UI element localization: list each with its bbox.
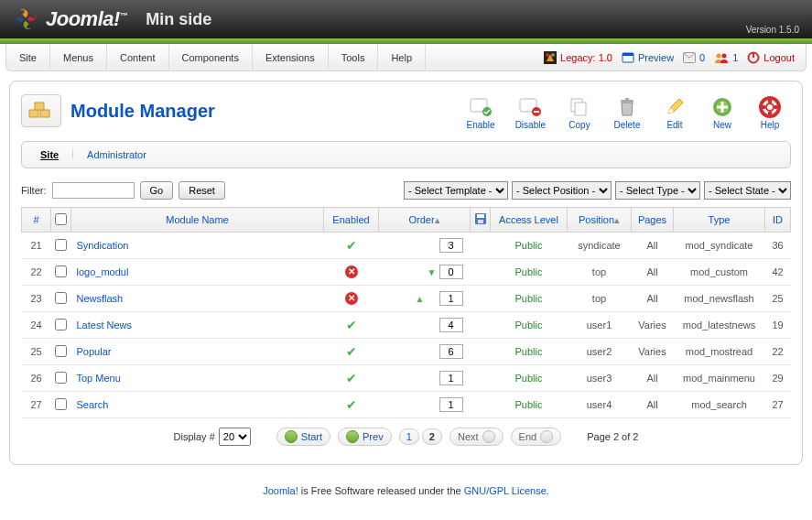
module-name-link[interactable]: Latest News [77, 320, 133, 330]
enabled-icon[interactable]: ✔ [346, 397, 357, 412]
filter-position-select[interactable]: - Select Position - [512, 181, 612, 200]
enable-button[interactable]: Enable [460, 94, 503, 132]
order-input[interactable] [439, 291, 463, 306]
page-start[interactable]: Start [276, 428, 330, 446]
module-name-link[interactable]: Popular [77, 346, 112, 357]
page-prev[interactable]: Prev [338, 428, 392, 446]
svg-rect-31 [774, 105, 780, 109]
row-checkbox[interactable] [55, 372, 67, 384]
enabled-icon[interactable]: ✔ [346, 318, 357, 332]
access-level[interactable]: Public [515, 293, 543, 304]
col-position[interactable]: Position▴ [568, 208, 632, 233]
type-cell: mod_newsflash [674, 286, 765, 312]
filter-input[interactable] [52, 182, 135, 199]
access-level[interactable]: Public [515, 399, 543, 410]
menu-components[interactable]: Components [169, 44, 253, 70]
menu-tools[interactable]: Tools [329, 44, 379, 70]
position-cell: user2 [568, 339, 632, 365]
module-name-link[interactable]: Syndication [77, 240, 129, 251]
svg-rect-33 [477, 214, 484, 218]
access-level[interactable]: Public [515, 266, 543, 277]
preview-link[interactable]: Preview [622, 51, 674, 64]
col-access[interactable]: Access Level [491, 208, 568, 233]
svg-rect-4 [623, 53, 633, 56]
order-input[interactable] [439, 238, 463, 253]
type-cell: mod_syndicate [674, 233, 765, 259]
order-input[interactable] [439, 344, 463, 359]
page-number[interactable]: 1 [399, 428, 419, 445]
pagination: Display # 20 Start Prev 1 2 Next End Pag… [21, 418, 791, 450]
access-level[interactable]: Public [515, 373, 543, 384]
access-level[interactable]: Public [515, 346, 543, 357]
module-name-link[interactable]: Top Menu [77, 373, 121, 384]
menu-extensions[interactable]: Extensions [253, 44, 329, 70]
type-cell: mod_mostread [674, 339, 765, 365]
order-input[interactable] [439, 318, 463, 332]
main-menubar: Site Menus Content Components Extensions… [5, 44, 807, 71]
submenu-administrator[interactable]: Administrator [78, 147, 156, 162]
enabled-icon[interactable]: ✔ [346, 238, 357, 253]
filter-reset-button[interactable]: Reset [179, 181, 225, 200]
display-select[interactable]: 20 [219, 428, 251, 446]
row-checkbox[interactable] [55, 319, 67, 330]
new-button[interactable]: New [701, 94, 743, 132]
disabled-icon[interactable]: ✕ [345, 265, 358, 278]
page-end: End [511, 428, 562, 446]
col-id: ID [765, 208, 791, 233]
col-type[interactable]: Type [674, 208, 765, 233]
order-up-icon[interactable]: ▲ [415, 294, 424, 304]
access-level[interactable]: Public [515, 320, 543, 330]
footer-joomla-link[interactable]: Joomla! [263, 485, 298, 496]
menu-site[interactable]: Site [6, 44, 50, 70]
enabled-icon[interactable]: ✔ [346, 371, 357, 385]
order-input[interactable] [439, 397, 463, 412]
disable-button[interactable]: Disable [508, 94, 553, 132]
submenu-site[interactable]: Site [31, 147, 68, 162]
id-cell: 42 [765, 259, 791, 286]
filter-type-select[interactable]: - Select Type - [615, 181, 700, 200]
menu-menus[interactable]: Menus [50, 44, 107, 70]
menu-help[interactable]: Help [378, 44, 426, 70]
brand-text: Joomla!™ [46, 7, 127, 31]
svg-rect-28 [768, 97, 772, 103]
page-next: Next [449, 428, 503, 446]
row-checkbox[interactable] [55, 345, 67, 357]
footer-license-link[interactable]: GNU/GPL License. [464, 485, 549, 496]
module-name-link[interactable]: logo_modul [77, 266, 129, 277]
delete-button[interactable]: Delete [606, 94, 648, 132]
col-enabled[interactable]: Enabled [324, 208, 379, 233]
filter-row: Filter: Go Reset - Select Template - - S… [21, 181, 791, 200]
help-button[interactable]: Help [749, 94, 791, 132]
users-online-link[interactable]: 1 [714, 52, 738, 63]
row-checkbox[interactable] [55, 239, 67, 251]
messages-link[interactable]: 0 [683, 52, 705, 63]
col-name[interactable]: Module Name [71, 208, 324, 233]
row-checkbox[interactable] [55, 265, 67, 277]
svg-rect-29 [768, 112, 772, 117]
order-input[interactable] [439, 265, 463, 279]
check-all[interactable] [55, 213, 67, 225]
module-name-link[interactable]: Newsflash [77, 293, 124, 304]
svg-rect-12 [35, 103, 44, 110]
svg-rect-21 [625, 98, 629, 100]
row-checkbox[interactable] [55, 292, 67, 304]
module-name-link[interactable]: Search [77, 399, 109, 410]
menu-content[interactable]: Content [107, 44, 169, 70]
sort-asc-icon: ▴ [435, 214, 440, 225]
enabled-icon[interactable]: ✔ [346, 344, 357, 359]
disabled-icon[interactable]: ✕ [345, 292, 358, 305]
order-input[interactable] [439, 371, 463, 385]
logout-link[interactable]: Logout [747, 51, 795, 64]
access-level[interactable]: Public [515, 240, 543, 251]
filter-state-select[interactable]: - Select State - [704, 181, 791, 200]
row-checkbox[interactable] [55, 398, 67, 410]
order-down-icon[interactable]: ▼ [428, 267, 437, 277]
col-save-order[interactable] [471, 208, 491, 233]
filter-go-button[interactable]: Go [140, 181, 174, 200]
module-manager-icon [21, 94, 61, 127]
filter-template-select[interactable]: - Select Template - [404, 181, 508, 200]
col-order[interactable]: Order▴ [379, 208, 471, 233]
edit-button[interactable]: Edit [654, 94, 696, 132]
copy-button[interactable]: Copy [558, 94, 601, 132]
footer: Joomla! is Free Software released under … [0, 474, 812, 515]
